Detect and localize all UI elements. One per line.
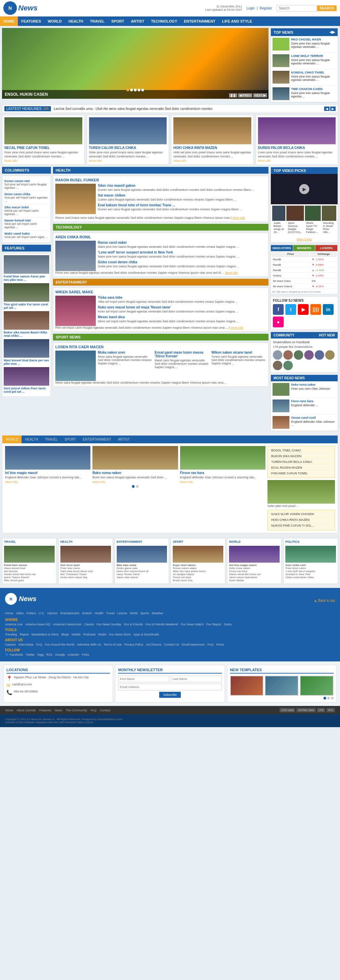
footer-link-opinion[interactable]: Opinion (47, 611, 57, 615)
tab-card-more-1[interactable]: More Info (5, 480, 18, 484)
vb-link-home[interactable]: Home (5, 709, 13, 712)
footer-link-leisure[interactable]: Leisure (117, 611, 127, 615)
footer-about-9[interactable]: Contact Us (164, 643, 179, 646)
nav-sport[interactable]: SPORT (108, 16, 128, 26)
yellow-item-7[interactable]: HOKI CHIKA RINTA MAZEN (269, 517, 333, 523)
footer-link-sports[interactable]: Sports (140, 611, 149, 615)
footer-show-1[interactable]: America Live (5, 623, 22, 626)
footer-link-entertainment[interactable]: Entertainment (61, 611, 79, 615)
template-dot-3[interactable] (331, 697, 334, 700)
footer-show-8[interactable]: Fox News Watch (181, 623, 204, 626)
health-more-link[interactable]: More Info (232, 216, 245, 220)
footer-show-6[interactable]: Fox & Friends (124, 623, 143, 626)
template-2[interactable] (265, 676, 298, 696)
tab-card-more-2[interactable]: More Info (93, 480, 105, 484)
footer-link-scitech[interactable]: Scitech (82, 611, 92, 615)
play-button[interactable]: ▶ (299, 184, 309, 194)
footer-tool-1[interactable]: Trending (5, 633, 17, 636)
tab-world[interactable]: WORLD (2, 436, 22, 443)
footer-tool-5[interactable]: Mobile (72, 633, 81, 636)
yellow-item-1[interactable]: BOSOL TINEL CAMO (269, 448, 333, 453)
footer-about-8[interactable]: Ad Choices (146, 643, 161, 646)
footer-tool-7[interactable]: Radio (99, 633, 107, 636)
footer-link-health[interactable]: Health (94, 611, 103, 615)
video-thumb-1[interactable]: Justin Bieber songs at 10... (272, 206, 285, 234)
template-dot-2[interactable] (327, 697, 330, 700)
top-news-item-3[interactable]: KONDAL CHKO TANEL Huire pine iren saeus … (271, 69, 338, 86)
twitter-icon[interactable]: t (285, 304, 296, 315)
newsletter-firstname[interactable] (118, 676, 169, 682)
footer-follow-linkedin[interactable]: LinkedIn (68, 653, 79, 656)
headlines-next[interactable]: ▶ (330, 107, 335, 111)
footer-follow-google[interactable]: Google (55, 653, 65, 656)
nav-artist[interactable]: ARTIST (128, 16, 148, 26)
most-read-2[interactable]: Fiece rano kara England defender ... (271, 398, 338, 414)
article-more-2[interactable]: More Info (89, 159, 102, 162)
footer-show-7[interactable]: Fox & Friends Weekend (145, 623, 178, 626)
footer-show-4[interactable]: Cavuto (84, 623, 94, 626)
footer-show-10[interactable]: Greta (224, 623, 232, 626)
footer-show-3[interactable]: America's Newsroom (53, 623, 81, 626)
headlines-prev[interactable]: ◀ (324, 107, 330, 111)
tab-entertainment[interactable]: ENTERTAINMENT (79, 436, 114, 443)
slider-dot-1[interactable] (126, 89, 129, 91)
vb-link-community[interactable]: The Community (66, 709, 87, 712)
footer-tool-2[interactable]: Report (19, 633, 29, 636)
footer-link-us[interactable]: U.S. (38, 611, 45, 615)
slider-dot-3[interactable] (134, 89, 137, 91)
search-input[interactable] (276, 5, 317, 11)
footer-about-7[interactable]: Privacy Policy (125, 643, 144, 646)
tab-card-more-3[interactable]: More Info (180, 480, 193, 484)
linkedin-icon[interactable]: in (323, 304, 334, 315)
search-button[interactable]: SEARCH (317, 5, 337, 11)
footer-link-weather[interactable]: Weather (152, 611, 163, 615)
video-thumb-2[interactable]: Sport Science: Dwight (11/17/11)... (286, 206, 303, 234)
tab-dot-2[interactable] (136, 485, 139, 488)
facebook-icon[interactable]: f (273, 304, 284, 315)
footer-follow-digg[interactable]: Digg (37, 653, 44, 656)
yellow-item-5[interactable]: FON NINE CAFUN TONEL (269, 471, 333, 476)
tech-more-link[interactable]: More Info (225, 271, 238, 274)
footer-about-11[interactable]: FAQ (208, 643, 214, 646)
footer-about-1[interactable]: Careers (5, 643, 16, 646)
footer-show-5[interactable]: Fox News Sunday (96, 623, 121, 626)
video-thumb-3[interactable]: World Sport TV: Roger Federer... (305, 206, 321, 234)
footer-tool-4[interactable]: Blogs (61, 633, 69, 636)
footer-about-12[interactable]: Press (216, 643, 224, 646)
vb-link-contact[interactable]: Contact (100, 709, 110, 712)
top-news-item-4[interactable]: TIBE CHAKON CAIEN Duire pine iren saeus … (271, 86, 338, 102)
footer-show-9[interactable]: Fox Report (206, 623, 221, 626)
vb-link-features[interactable]: Features (40, 709, 52, 712)
footer-about-3[interactable]: FAQ (36, 643, 42, 646)
video-main[interactable]: ▶ (271, 174, 338, 204)
footer-link-politics[interactable]: Politics (26, 611, 36, 615)
footer-link-world[interactable]: World (130, 611, 137, 615)
video-thumb-4[interactable]: Shooting in Shark River Hits... (322, 206, 336, 234)
footer-about-6[interactable]: Terms of Use (104, 643, 121, 646)
nav-lifestyle[interactable]: LIFE AND STYLE (219, 16, 256, 26)
footer-tool-8[interactable]: Fox News Store (109, 633, 131, 636)
top-news-item-2[interactable]: LONE WOLF TERROR Duire pine iren saeus f… (271, 52, 338, 69)
vb-link-news[interactable]: News (55, 709, 62, 712)
footer-about-2[interactable]: Internships (19, 643, 34, 646)
article-more-1[interactable]: More Info (5, 159, 17, 162)
newsletter-email[interactable] (118, 684, 222, 690)
article-more-4[interactable]: More Info (258, 159, 271, 162)
more-video-link[interactable]: More Video (297, 238, 312, 241)
indicators-tab[interactable]: INDICATORS (271, 245, 293, 251)
nav-health[interactable]: HEALTH (65, 16, 87, 26)
winners-tab[interactable]: WINNERS (293, 245, 315, 251)
prev-btn[interactable]: ◀ PREV (238, 93, 252, 97)
rss-icon[interactable]: )))) (310, 304, 321, 315)
footer-tool-3[interactable]: Newsletters & Alerts (31, 633, 59, 636)
vb-link-about[interactable]: About Joomla! (16, 709, 36, 712)
nav-world[interactable]: WORLD (44, 16, 65, 26)
footer-link-travel[interactable]: Travel (106, 611, 115, 615)
nav-technology[interactable]: TECHNOLOGY (148, 16, 181, 26)
footer-link-home[interactable]: Home (5, 611, 13, 615)
footer-follow-tw[interactable]: Twitter (26, 653, 35, 656)
nav-entertainment[interactable]: ENTERTAINMENT (180, 16, 219, 26)
template-1[interactable] (230, 676, 264, 696)
newsletter-lastname[interactable] (171, 676, 222, 682)
yellow-item-3[interactable]: TUREN PALOR BICLA CHIKA (269, 459, 333, 465)
